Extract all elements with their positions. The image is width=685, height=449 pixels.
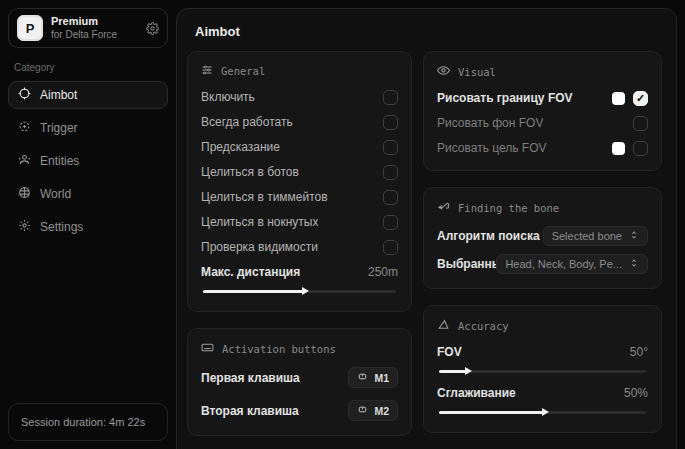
keyboard-icon (201, 341, 214, 356)
eye-icon (437, 64, 450, 79)
fov-value: 50° (630, 345, 648, 359)
page-title: Aimbot (177, 9, 676, 51)
toggle-label: Целиться в ботов (201, 165, 299, 179)
globe-icon (18, 186, 31, 202)
sliders-icon (201, 64, 213, 78)
card-title: Accuracy (458, 320, 509, 332)
bone-icon (437, 200, 450, 215)
sidebar-item-aimbot[interactable]: Aimbot (8, 81, 168, 109)
toggle-label: Целиться в нокнутых (201, 215, 318, 229)
entities-icon (18, 153, 31, 169)
sidebar-item-label: World (40, 187, 71, 201)
fov-label: FOV (437, 345, 462, 359)
gear-icon[interactable] (146, 22, 159, 35)
visual-label: Рисовать цель FOV (437, 141, 547, 155)
keybind-button-second[interactable]: M2 (348, 400, 398, 421)
sidebar-item-label: Aimbot (40, 88, 77, 102)
crosshair-icon (18, 87, 31, 103)
sidebar-item-settings[interactable]: Settings (8, 213, 168, 241)
brand-title: Premium (51, 15, 138, 28)
toggle-label: Предсказание (201, 140, 280, 154)
keybind-label: Вторая клавиша (201, 404, 299, 418)
toggle-row: Целиться в ботов (201, 164, 398, 180)
card-title: Visual (458, 66, 496, 78)
toggle-row: Целиться в тиммейтов (201, 189, 398, 205)
selected-bones-label: Выбранные кости (437, 257, 498, 271)
checkbox-draw-fov-border[interactable] (633, 91, 648, 106)
mouse-icon (357, 371, 368, 384)
toggle-label: Целиться в тиммейтов (201, 190, 328, 204)
smoothing-slider[interactable] (439, 411, 646, 414)
brand-logo: P (17, 15, 43, 41)
toggle-row: Предсказание (201, 139, 398, 155)
accuracy-card: Accuracy FOV 50° Сглаживание 50% (423, 305, 662, 433)
keybind-label: Первая клавиша (201, 371, 300, 385)
session-duration-label: Session duration: 4m 22s (21, 416, 145, 428)
visual-row: Рисовать границу FOV (437, 90, 648, 106)
toggle-row: Всегда работать (201, 114, 398, 130)
category-label: Category (14, 62, 168, 73)
checkbox-visibility-check[interactable] (383, 240, 398, 255)
slider-row: FOV 50° (437, 344, 648, 360)
slider-row: Сглаживание 50% (437, 385, 648, 401)
gear-icon (18, 219, 31, 235)
visual-row: Рисовать фон FOV (437, 115, 648, 131)
unfold-icon (629, 258, 639, 270)
toggle-label: Проверка видимости (201, 240, 318, 254)
trigger-icon (18, 120, 31, 136)
bone-algorithm-label: Алгоритм поиска костей (437, 229, 545, 243)
triangle-icon (437, 318, 450, 333)
mouse-icon (357, 404, 368, 417)
bone-card: Finding the bone Алгоритм поиска костей … (423, 187, 662, 289)
checkbox-enable[interactable] (383, 90, 398, 105)
smoothing-value: 50% (624, 386, 648, 400)
keybind-row: Вторая клавиша M2 (201, 400, 398, 421)
sidebar-item-label: Trigger (40, 121, 78, 135)
brand-card: P Premium for Delta Force (8, 8, 168, 48)
toggle-row: Целиться в нокнутых (201, 214, 398, 230)
slider-value: 250m (368, 265, 398, 279)
slider-row: Макс. дистанция 250m (201, 264, 398, 280)
checkbox-target-teammates[interactable] (383, 190, 398, 205)
selected-bones-select[interactable]: Head, Neck, Body, Pe... (496, 254, 648, 274)
sidebar-item-label: Settings (40, 220, 83, 234)
keybind-row: Первая клавиша M1 (201, 367, 398, 388)
toggle-label: Всегда работать (201, 115, 293, 129)
card-title: Activation buttons (222, 343, 336, 355)
fov-slider[interactable] (439, 370, 646, 373)
slider-label: Макс. дистанция (201, 265, 300, 279)
checkbox-target-knocked[interactable] (383, 215, 398, 230)
visual-label: Рисовать фон FOV (437, 116, 543, 130)
sidebar-item-world[interactable]: World (8, 180, 168, 208)
checkbox-target-bots[interactable] (383, 165, 398, 180)
color-swatch[interactable] (612, 92, 625, 105)
visual-row: Рисовать цель FOV (437, 140, 648, 156)
color-swatch[interactable] (612, 142, 625, 155)
keybind-button-first[interactable]: M1 (348, 367, 398, 388)
sidebar-item-label: Entities (40, 154, 79, 168)
sidebar-item-trigger[interactable]: Trigger (8, 114, 168, 142)
sidebar: P Premium for Delta Force Category Aimbo… (8, 8, 168, 441)
visual-card: Visual Рисовать границу FOV Рисовать фон… (423, 51, 662, 171)
sidebar-item-entities[interactable]: Entities (8, 147, 168, 175)
toggle-row: Проверка видимости (201, 239, 398, 255)
checkbox-always-work[interactable] (383, 115, 398, 130)
card-title: General (221, 65, 265, 77)
toggle-row: Включить (201, 89, 398, 105)
visual-label: Рисовать границу FOV (437, 91, 573, 105)
unfold-icon (629, 230, 639, 242)
sidebar-nav: Aimbot Trigger Entities World Settings (8, 81, 168, 241)
general-card: General Включить Всегда работать Предска… (187, 51, 412, 312)
max-distance-slider[interactable] (203, 290, 396, 293)
checkbox-draw-fov-background[interactable] (633, 116, 648, 131)
checkbox-draw-fov-target[interactable] (633, 141, 648, 156)
toggle-label: Включить (201, 90, 255, 104)
checkbox-prediction[interactable] (383, 140, 398, 155)
session-duration: Session duration: 4m 22s (8, 403, 168, 441)
smoothing-label: Сглаживание (437, 386, 516, 400)
card-title: Finding the bone (458, 202, 559, 214)
main-panel: Aimbot General Включить Всегда работать (176, 8, 677, 449)
bone-algorithm-select[interactable]: Selected bone (543, 226, 648, 246)
bone-algorithm-row: Алгоритм поиска костей Selected bone (437, 226, 648, 246)
selected-bones-row: Выбранные кости Head, Neck, Body, Pe... (437, 254, 648, 274)
